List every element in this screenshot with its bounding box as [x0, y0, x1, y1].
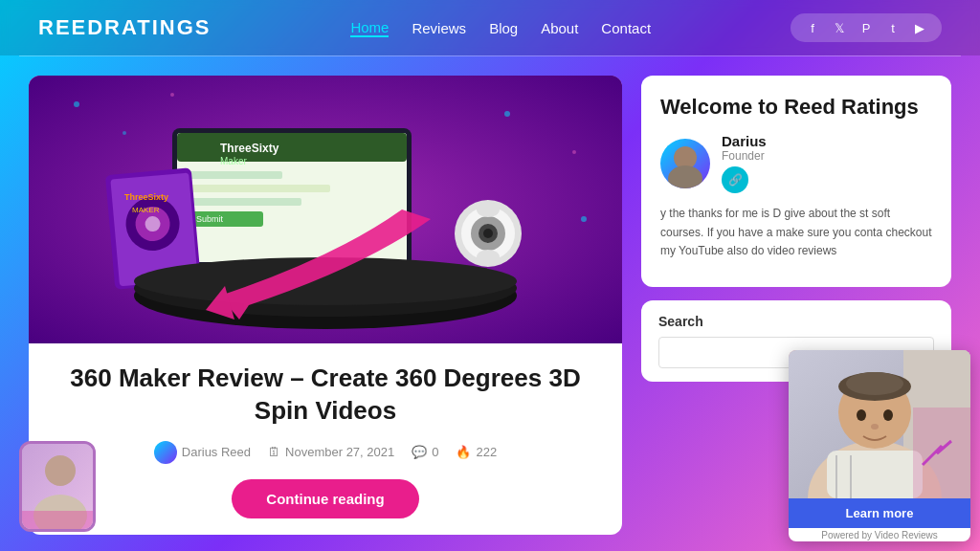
twitter-icon[interactable]: 𝕏	[831, 19, 848, 36]
founder-row: Darius Founder 🔗	[660, 133, 932, 193]
article-title: 360 Maker Review – Create 360 Degrees 3D…	[56, 363, 595, 428]
svg-point-41	[45, 455, 76, 486]
svg-point-55	[871, 424, 879, 430]
tumblr-icon[interactable]: t	[884, 19, 902, 36]
video-widget: Learn more Powered by Video Reviews	[789, 350, 970, 541]
link-icon: 🔗	[728, 173, 743, 187]
svg-text:MAKER: MAKER	[132, 206, 160, 214]
main-nav: Home Reviews Blog About Contact	[350, 19, 651, 37]
author-name: Darius Reed	[182, 445, 251, 459]
founder-info: Darius Founder 🔗	[722, 133, 767, 193]
view-count: 222	[476, 445, 497, 459]
meta-date: 🗓 November 27, 2021	[268, 445, 394, 459]
svg-text:Submit: Submit	[196, 214, 224, 224]
article-image: ThreeSixty Maker Submit ThreeSixty MAKER	[29, 76, 622, 343]
svg-rect-12	[177, 133, 407, 162]
meta-author: Darius Reed	[154, 441, 251, 464]
comment-icon: 💬	[412, 445, 427, 459]
svg-rect-50	[827, 451, 923, 498]
nav-home[interactable]: Home	[350, 19, 389, 37]
svg-point-33	[477, 250, 500, 265]
learn-more-button[interactable]: Learn more	[789, 498, 970, 528]
author-avatar	[154, 441, 177, 464]
svg-point-2	[122, 131, 126, 135]
meta-views: 🔥 222	[456, 445, 497, 459]
svg-rect-43	[22, 511, 96, 532]
svg-rect-17	[187, 198, 301, 206]
nav-reviews[interactable]: Reviews	[412, 20, 466, 36]
svg-rect-16	[187, 185, 330, 192]
svg-text:Maker: Maker	[220, 156, 247, 166]
youtube-icon[interactable]: ▶	[911, 19, 928, 36]
calendar-icon: 🗓	[268, 445, 280, 459]
article-body: 360 Maker Review – Create 360 Degrees 3D…	[29, 343, 622, 535]
continue-reading-button[interactable]: Continue reading	[232, 479, 418, 518]
svg-rect-56	[913, 408, 970, 498]
video-thumbnail	[789, 350, 970, 498]
site-logo[interactable]: ReedRatings	[38, 15, 212, 40]
founder-name: Darius	[722, 133, 767, 149]
svg-point-31	[483, 229, 493, 238]
nav-contact[interactable]: Contact	[601, 20, 651, 36]
nav-about[interactable]: About	[541, 20, 578, 36]
article-card: ThreeSixty Maker Submit ThreeSixty MAKER	[29, 76, 622, 535]
pinterest-icon[interactable]: P	[858, 19, 875, 36]
founder-role: Founder	[722, 149, 767, 163]
header: ReedRatings Home Reviews Blog About Cont…	[0, 0, 980, 55]
welcome-title: Welcome to Reed Ratings	[660, 95, 932, 120]
svg-text:ThreeSixty: ThreeSixty	[220, 142, 279, 155]
svg-point-54	[883, 409, 893, 421]
svg-point-5	[572, 150, 576, 154]
powered-by-text: Powered by Video Reviews	[789, 528, 970, 541]
founder-avatar	[660, 139, 710, 188]
social-icons-bar: f 𝕏 P t ▶	[791, 13, 942, 42]
svg-rect-15	[187, 171, 282, 179]
bottom-left-avatar	[19, 441, 96, 532]
svg-point-1	[74, 101, 79, 107]
svg-point-53	[857, 409, 866, 421]
svg-point-32	[477, 202, 500, 217]
article-illustration: ThreeSixty Maker Submit ThreeSixty MAKER	[29, 76, 622, 343]
meta-comments: 💬 0	[412, 445, 438, 459]
svg-point-3	[170, 93, 174, 97]
welcome-card: Welcome to Reed Ratings Darius Founder 🔗	[641, 76, 951, 287]
fire-icon: 🔥	[456, 445, 471, 459]
svg-text:ThreeSixty: ThreeSixty	[124, 192, 168, 202]
svg-point-6	[581, 216, 587, 222]
svg-point-49	[846, 372, 903, 395]
nav-blog[interactable]: Blog	[489, 20, 518, 36]
facebook-icon[interactable]: f	[804, 19, 821, 36]
article-meta: Darius Reed 🗓 November 27, 2021 💬 0 🔥 22…	[56, 441, 595, 464]
search-label: Search	[658, 314, 934, 329]
article-date: November 27, 2021	[285, 445, 394, 459]
founder-link-button[interactable]: 🔗	[722, 166, 748, 193]
svg-point-39	[668, 165, 702, 188]
comment-count: 0	[432, 445, 438, 459]
video-face	[789, 350, 970, 498]
svg-point-4	[504, 111, 510, 117]
welcome-description: y the thanks for me is D give about the …	[660, 205, 932, 260]
